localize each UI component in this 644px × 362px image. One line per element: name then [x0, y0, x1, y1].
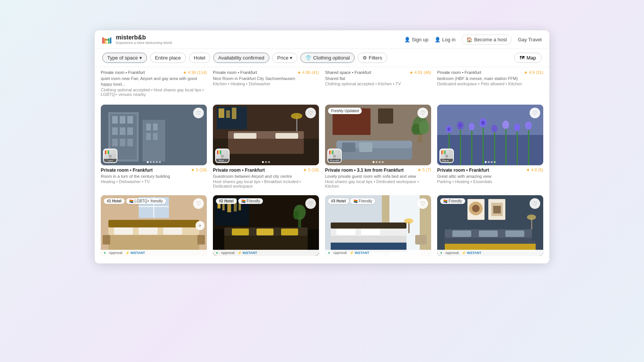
- svg-rect-16: [120, 139, 125, 146]
- list-item[interactable]: #1 Hotel 🏳️‍🌈 LGBTQ+ friendly ♡ › ● Appr…: [101, 195, 207, 256]
- svg-rect-111: [361, 228, 380, 235]
- favorite-button[interactable]: ♡: [530, 198, 540, 209]
- listing-image-card[interactable]: ♡: [101, 105, 207, 165]
- svg-rect-30: [275, 133, 298, 139]
- favorite-button[interactable]: ♡: [305, 108, 316, 118]
- svg-point-48: [411, 124, 420, 135]
- list-item[interactable]: Private room • Frankfurt ★ 4.96 (114) qu…: [101, 67, 207, 100]
- clothing-icon: 👕: [305, 55, 311, 61]
- filter-bar: Type of space ▾ Entire place Hotel Avail…: [95, 49, 549, 67]
- map-icon: 🗺: [520, 55, 525, 61]
- svg-rect-83: [197, 235, 205, 244]
- listing-image-card[interactable]: ♡: [213, 105, 319, 165]
- card-description: Guestroom between Airport and city centr…: [213, 174, 319, 179]
- list-item[interactable]: Shared space • Frankfurt ★ 4.91 (46) Sha…: [325, 67, 431, 100]
- favorite-button[interactable]: ♡: [305, 198, 316, 209]
- host-name: Konrad: [328, 159, 341, 162]
- favorite-button[interactable]: ♡: [417, 198, 428, 209]
- type-space-filter[interactable]: Type of space ▾: [102, 53, 147, 63]
- card-amenities: Clothing optional accepted • Kitchen • T…: [325, 81, 431, 86]
- card-description: Lovely private guest room with sofa bed …: [325, 174, 431, 179]
- logo-text-area: misterb&b Experience a More Welcoming Wo…: [116, 34, 172, 45]
- listing-image-card[interactable]: Freshly Updated ♡: [325, 105, 431, 165]
- signup-link[interactable]: 👤 Sign up: [404, 37, 428, 42]
- availability-filter[interactable]: Availability confirmed: [213, 53, 269, 63]
- list-item[interactable]: ♡: [213, 105, 319, 191]
- svg-rect-12: [112, 127, 118, 135]
- list-item[interactable]: #3 Hotel 🏳️‍🌈 Friendly ♡ ● Approval ⚡ IN…: [325, 195, 431, 256]
- svg-rect-82: [103, 235, 110, 244]
- filters-button[interactable]: ⚙ Filters: [358, 53, 387, 63]
- svg-rect-36: [232, 108, 236, 119]
- favorite-button[interactable]: ♡: [530, 108, 540, 118]
- hotel-image-card[interactable]: #3 Hotel 🏳️‍🌈 Friendly ♡ ● Approval ⚡ IN…: [325, 195, 431, 256]
- svg-rect-21: [146, 133, 151, 140]
- favorite-button[interactable]: ♡: [193, 108, 204, 118]
- svg-rect-15: [112, 139, 118, 146]
- host-avatar: Müll...: [215, 149, 230, 163]
- card-title: Private room • Frankfurt: [437, 168, 489, 173]
- card-rating: ★ 5 (16): [303, 168, 319, 172]
- svg-rect-35: [226, 110, 230, 118]
- svg-point-115: [404, 218, 413, 224]
- image-dots: [262, 161, 270, 163]
- svg-point-64: [469, 123, 475, 130]
- hotel-image-card[interactable]: 🏳️‍🌈 Friendly ♡ ● Approval ⚡ INSTANT: [437, 195, 543, 256]
- list-item[interactable]: ♡: [437, 105, 543, 191]
- home-icon: 🏠: [466, 37, 472, 42]
- card-title: Private room • Frankfurt: [101, 168, 153, 173]
- list-item[interactable]: 🏳️‍🌈 Friendly ♡ ● Approval ⚡ INSTANT: [437, 195, 543, 256]
- price-filter[interactable]: Price ▾: [272, 53, 298, 63]
- hotel-image: [213, 195, 319, 256]
- entire-place-filter[interactable]: Entire place: [150, 53, 186, 63]
- svg-rect-110: [336, 228, 355, 235]
- list-item[interactable]: ♡: [101, 105, 207, 191]
- hotel-image: [101, 195, 207, 256]
- svg-rect-60: [517, 130, 518, 165]
- hotel-image-card[interactable]: #1 Hotel 🏳️‍🌈 LGBTQ+ friendly ♡ › ● Appr…: [101, 195, 207, 256]
- list-item[interactable]: #2 Hotel 🏳️‍🌈 Friendly ♡ ● Approval ⚡ IN…: [213, 195, 319, 256]
- approval-icon: ●: [104, 251, 106, 255]
- card-amenities: Heating • Dishwasher • TV: [101, 179, 207, 184]
- logo-title: misterb&b: [116, 34, 172, 41]
- card-title: Private room • Frankfurt: [213, 168, 265, 173]
- mid-listings-grid: ♡: [101, 105, 543, 191]
- svg-point-50: [333, 155, 336, 158]
- hotel-image-card[interactable]: #2 Hotel 🏳️‍🌈 Friendly ♡ ● Approval ⚡ IN…: [213, 195, 319, 256]
- map-button[interactable]: 🗺 Map: [514, 53, 542, 63]
- svg-rect-19: [146, 124, 151, 130]
- logo-subtitle: Experience a More Welcoming World: [116, 41, 172, 45]
- svg-rect-58: [494, 131, 495, 165]
- card-rating: ★ 5 (7): [417, 168, 431, 172]
- card-rating: ★ 4.9 (31): [524, 70, 543, 75]
- instant-label: ⚡ INSTANT: [462, 251, 481, 255]
- svg-point-121: [472, 205, 480, 212]
- host-name: Haral...: [440, 159, 453, 162]
- svg-point-68: [514, 124, 520, 131]
- clothing-filter[interactable]: 👕 Clothing optional: [300, 53, 355, 63]
- become-host-button[interactable]: 🏠 Become a host: [461, 34, 512, 45]
- card-amenities: Parking • Heating • Essentials: [437, 179, 543, 184]
- svg-point-37: [221, 155, 224, 158]
- header-nav: 👤 Sign up 👤 Log in 🏠 Become a host Gay T…: [404, 34, 542, 45]
- svg-rect-81: [108, 220, 199, 227]
- host-avatar-overlay: Haral...: [439, 149, 454, 163]
- svg-rect-41: [378, 108, 393, 124]
- list-item[interactable]: Private room • Frankfurt ★ 4.95 (41) Nic…: [213, 67, 319, 100]
- card-rating: ★ 4.8 (5): [526, 168, 543, 172]
- next-image-button[interactable]: ›: [195, 221, 205, 230]
- approval-icon: ●: [440, 251, 442, 255]
- hotel-badges: #1 Hotel 🏳️‍🌈 LGBTQ+ friendly: [104, 198, 166, 204]
- list-item[interactable]: Private room • Frankfurt ★ 4.9 (31) bedr…: [437, 67, 543, 100]
- hotel-filter[interactable]: Hotel: [189, 53, 210, 63]
- card-rating: ★ 4.95 (41): [297, 70, 319, 75]
- svg-rect-9: [112, 116, 118, 124]
- card-amenities: Host shares gay local tips • Dedicated w…: [325, 179, 431, 188]
- login-link[interactable]: 👤 Log in: [435, 37, 455, 42]
- listing-image-card[interactable]: ♡: [437, 105, 543, 165]
- favorite-button[interactable]: ♡: [417, 108, 428, 118]
- gay-travel-button[interactable]: Gay Travel: [518, 37, 542, 42]
- favorite-button[interactable]: ♡: [193, 198, 204, 209]
- list-item[interactable]: Freshly Updated ♡: [325, 105, 431, 191]
- hotel-image: [325, 195, 431, 256]
